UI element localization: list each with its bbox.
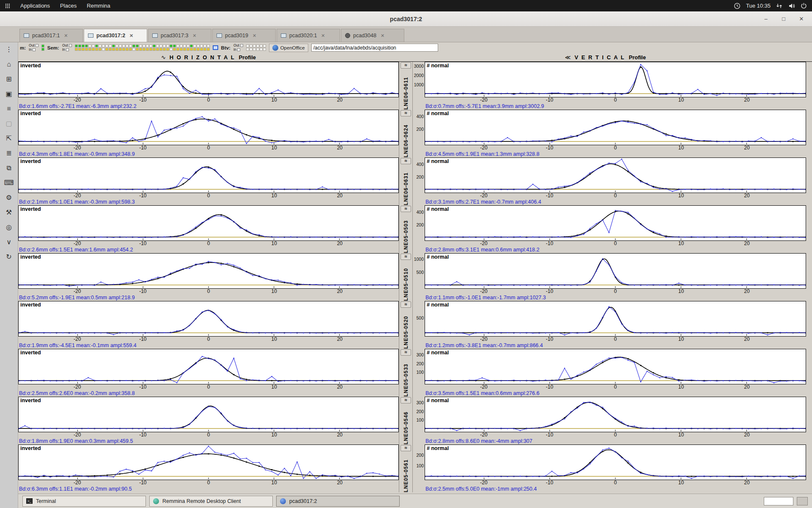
x-tick-label: -20	[480, 97, 487, 103]
dynamic-resolution-icon[interactable]: ⇱	[2, 133, 16, 144]
options-lines-icon[interactable]: ≣	[2, 147, 16, 159]
horizontal-profile-plot[interactable]: inverted	[18, 397, 399, 432]
horizontal-profile-plot[interactable]: inverted	[18, 157, 399, 193]
maximize-button[interactable]: □	[779, 14, 788, 24]
taskbar-entry-field[interactable]	[764, 497, 793, 505]
vertical-profile-plot[interactable]: # normal	[425, 110, 806, 145]
horizontal-profile-plot[interactable]: inverted	[18, 444, 399, 480]
btv-out-checkbox[interactable]	[240, 44, 243, 47]
device-settings-button[interactable]: ≋	[401, 206, 411, 212]
topbar-menu-places[interactable]: Places	[60, 3, 77, 9]
tab-pcad3048[interactable]: pcad3048✕	[341, 29, 404, 42]
taskbar-button-terminal[interactable]: >_Terminal	[22, 496, 146, 507]
close-button[interactable]: ✕	[797, 14, 806, 24]
resize-window-icon[interactable]: ⊞	[2, 73, 16, 85]
horizontal-profile-plot[interactable]: inverted	[18, 205, 399, 241]
device-settings-button[interactable]: ≋	[401, 301, 411, 308]
vertical-profile-plot[interactable]: # normal	[425, 397, 806, 432]
horizontal-profile-curve	[19, 349, 398, 384]
horizontal-profile-plot[interactable]: inverted	[18, 62, 399, 97]
vertical-profile-cell: 300200100# normal-20-1001020Bd:σ:3.5mm o…	[413, 349, 812, 397]
x-axis-labels: -20-1001020	[18, 384, 399, 390]
vertical-profile-plot[interactable]: # normal	[425, 253, 806, 289]
tab-close-icon[interactable]: ✕	[192, 33, 196, 39]
vertical-profile-plot[interactable]: # normal	[425, 349, 806, 384]
vertical-profile-plot[interactable]: # normal	[425, 205, 806, 241]
horizontal-profile-plot[interactable]: inverted	[18, 301, 399, 337]
tab-label: pcad3019	[225, 33, 248, 39]
fit-stats-horizontal: Bd:σ:4.3mm offs:1.8E1 mean:-0.9mm ampl:3…	[18, 151, 399, 157]
x-axis-labels: -20-1001020	[18, 97, 399, 103]
device-settings-button[interactable]: ≋	[401, 110, 411, 116]
screenshot-icon[interactable]: ◎	[2, 221, 16, 233]
status-led	[253, 48, 256, 51]
tab-pcad3017:3[interactable]: pcad3017:3✕	[148, 29, 211, 42]
bsm-in-checkbox[interactable]	[33, 48, 36, 51]
status-led	[153, 48, 156, 51]
fit-stats-horizontal: Bd:σ:1.6mm offs:-2.7E1 mean:-6.3mm ampl:…	[18, 103, 399, 110]
fullscreen-icon[interactable]: ▣	[2, 88, 16, 99]
profile-row-LNE05-0533: inverted-20-1001020Bd:σ:2.5mm offs:2.6E0…	[18, 349, 812, 397]
keyboard-grab-icon[interactable]: ⌨	[2, 177, 16, 188]
sem-io-stack: Out In	[62, 44, 72, 52]
x-tick-label: 0	[207, 384, 210, 390]
tab-close-icon[interactable]: ✕	[381, 33, 384, 39]
status-led	[197, 48, 200, 51]
acquisition-path-field[interactable]	[311, 44, 438, 52]
x-tick-label: 0	[207, 288, 210, 294]
sem-in-checkbox[interactable]	[66, 48, 69, 51]
vertical-profile-plot[interactable]: # normal	[425, 444, 806, 480]
home-icon[interactable]: ⌂	[2, 58, 16, 70]
multi-monitor-icon[interactable]: ⧉	[2, 162, 16, 174]
status-led	[197, 44, 200, 47]
preferences-icon[interactable]: ⚙	[2, 192, 16, 203]
topbar-menu-remmina[interactable]: Remmina	[87, 3, 110, 9]
horizontal-profile-plot[interactable]: inverted	[18, 110, 399, 145]
vertical-profile-plot[interactable]: # normal	[425, 62, 806, 97]
openoffice-button[interactable]: OpenOffice	[269, 44, 308, 52]
tab-pcad3017:2[interactable]: pcad3017:2✕	[84, 29, 147, 42]
device-settings-button[interactable]: ≋	[401, 254, 411, 260]
vertical-profile-plot[interactable]: # normal	[425, 301, 806, 337]
window-titlebar[interactable]: pcad3017:2 ‒ □ ✕	[0, 11, 812, 27]
plot-mode-label: # normal	[427, 110, 449, 116]
tab-pcad3017:1[interactable]: pcad3017:1✕	[19, 29, 83, 42]
device-settings-button[interactable]: ≋	[401, 349, 411, 356]
device-column: ≋LNE05-0546	[399, 397, 413, 444]
device-settings-button[interactable]: ≋	[401, 397, 411, 403]
refresh-icon[interactable]: ↻	[2, 251, 16, 262]
tab-pcad3019[interactable]: pcad3019✕	[212, 29, 276, 42]
horizontal-profile-cell: inverted-20-1001020Bd:σ:6.3mm offs:1.1E1…	[18, 444, 399, 492]
tools-icon[interactable]: ⚒	[2, 207, 16, 218]
taskbar-button-remmina-remote-desktop-client[interactable]: Remmina Remote Desktop Client	[149, 496, 273, 507]
tab-close-icon[interactable]: ✕	[129, 33, 133, 39]
collapse-icon[interactable]: ∨	[2, 236, 16, 248]
x-axis-labels: -20-1001020	[425, 97, 806, 103]
scaled-mode-icon[interactable]: ▢	[2, 118, 16, 129]
tab-close-icon[interactable]: ✕	[252, 33, 256, 39]
device-settings-button[interactable]: ≋	[401, 445, 411, 451]
taskbar-button-pcad3017-2[interactable]: pcad3017:2	[276, 496, 400, 507]
device-settings-button[interactable]: ≋	[401, 62, 411, 69]
vertical-profile-plot[interactable]: # normal	[425, 157, 806, 193]
y-tick-label: 200	[416, 222, 424, 227]
minimize-button[interactable]: ‒	[761, 14, 771, 24]
btv-in-checkbox[interactable]	[237, 48, 240, 51]
menu-grip-icon[interactable]: ⋮	[2, 44, 16, 55]
bsm-out-checkbox[interactable]	[36, 44, 38, 47]
tab-close-icon[interactable]: ✕	[64, 33, 68, 39]
menu-lines-icon[interactable]: ≡	[2, 103, 16, 114]
tab-close-icon[interactable]: ✕	[321, 33, 325, 39]
sem-out-checkbox[interactable]	[69, 44, 72, 47]
y-tick-label: 300	[416, 352, 424, 357]
power-icon[interactable]	[801, 3, 807, 9]
tab-pcad3020:1[interactable]: pcad3020:1✕	[277, 29, 340, 42]
x-tick-label: 10	[678, 384, 684, 390]
topbar-menu-applications[interactable]: Applications	[20, 3, 50, 9]
device-settings-button[interactable]: ≋	[401, 158, 411, 164]
network-icon[interactable]	[776, 3, 783, 9]
volume-icon[interactable]	[788, 3, 795, 9]
horizontal-profile-plot[interactable]: inverted	[18, 349, 399, 384]
horizontal-profile-plot[interactable]: inverted	[18, 253, 399, 289]
topbar-clock[interactable]: Tue 10:35	[746, 3, 771, 9]
